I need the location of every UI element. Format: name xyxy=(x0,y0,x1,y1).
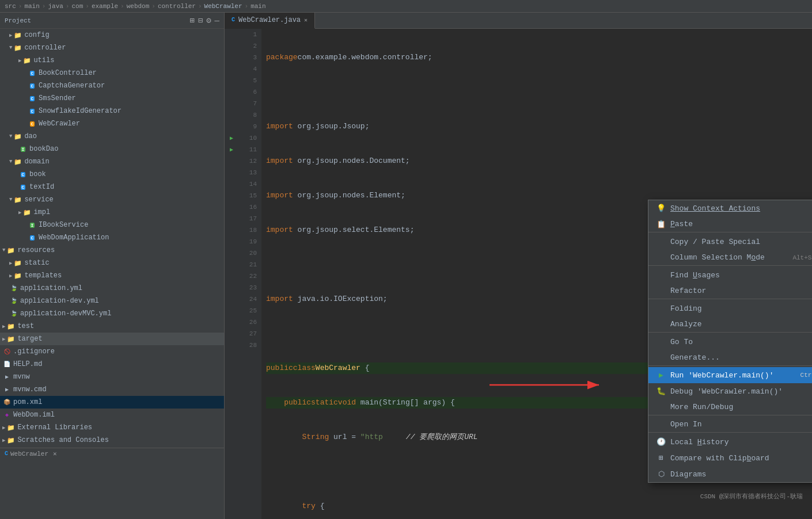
bottom-webcrawler-tab[interactable]: C WebCrawler ✕ xyxy=(0,448,224,459)
gutter-8 xyxy=(225,109,238,121)
tree-item-application-dev-yml[interactable]: 🍃 application-dev.yml xyxy=(0,295,224,307)
run-button-11[interactable]: ▶ xyxy=(230,146,233,153)
tab-bar: C WebCrawler.java ✕ xyxy=(225,13,812,29)
tree-item-scratches[interactable]: ▶ 📁 Scratches and Consoles xyxy=(0,434,224,447)
tree-item-IBookService[interactable]: I IBookService xyxy=(0,219,224,231)
collapse-all-icon[interactable]: ⊟ xyxy=(198,16,203,25)
tab-webcrawler[interactable]: C WebCrawler.java ✕ xyxy=(225,13,315,29)
close-sidebar-icon[interactable]: — xyxy=(215,16,219,25)
menu-item-goto[interactable]: Go To › xyxy=(648,334,812,350)
tree-item-mvnw-cmd[interactable]: ▶ mvnw.cmd xyxy=(0,383,224,396)
yaml-icon: 🍃 xyxy=(9,296,18,306)
expand-arrow: ▼ xyxy=(2,247,5,253)
tree-item-test[interactable]: ▶ 📁 test xyxy=(0,320,224,333)
tree-item-WebDom-iml[interactable]: ◆ WebDom.iml xyxy=(0,409,224,421)
code-line-1: package com.example.webdom.controller; xyxy=(266,52,807,63)
gutter-19 xyxy=(225,236,238,247)
tree-item-resources[interactable]: ▼ 📁 resources xyxy=(0,244,224,257)
tree-item-CaptchaGenerator[interactable]: C CaptchaGenerator xyxy=(0,79,224,92)
tree-item-pom-xml[interactable]: 📦 pom.xml xyxy=(0,396,224,409)
menu-item-find-usages[interactable]: Find Usages Alt+F7 xyxy=(648,267,812,283)
tree-item-WebDomApplication[interactable]: C WebDomApplication xyxy=(0,231,224,244)
gutter-25 xyxy=(225,305,238,316)
tree-item-impl[interactable]: ▶ 📁 impl xyxy=(0,206,224,219)
tree-item-config[interactable]: ▶ 📁 config xyxy=(0,29,224,41)
menu-item-refactor[interactable]: Refactor › xyxy=(648,283,812,299)
menu-item-debug[interactable]: 🐛 Debug 'WebCrawler.main()' xyxy=(648,383,812,399)
menu-item-run[interactable]: ▶ Run 'WebCrawler.main()' Ctrl+Shift+F10 xyxy=(648,367,812,383)
gutter-17 xyxy=(225,213,238,224)
class-orange-icon: C xyxy=(28,119,37,128)
iml-icon: ◆ xyxy=(2,410,12,419)
tree-item-gitignore[interactable]: 🚫 .gitignore xyxy=(0,345,224,358)
settings-icon[interactable]: ⚙ xyxy=(206,16,211,25)
code-line-4: import org.jsoup.nodes.Document; xyxy=(266,155,807,167)
menu-item-open-in[interactable]: Open In › xyxy=(648,417,812,433)
tree-item-utils[interactable]: ▶ 📁 utils xyxy=(0,54,224,67)
menu-item-local-history[interactable]: 🕐 Local History › xyxy=(648,434,812,450)
menu-item-diagrams[interactable]: ⬡ Diagrams › xyxy=(648,466,812,482)
expand-all-icon[interactable]: ⊞ xyxy=(189,16,194,25)
diagrams-icon: ⬡ xyxy=(655,470,667,479)
gutter-21 xyxy=(225,259,238,270)
tree-item-external-libraries[interactable]: ▶ 📁 External Libraries xyxy=(0,421,224,434)
interface-icon: I xyxy=(28,220,37,230)
gitignore-icon: 🚫 xyxy=(2,347,12,356)
tree-item-WebCrawler[interactable]: C WebCrawler xyxy=(0,117,224,130)
gutter-10[interactable]: ▶ xyxy=(225,132,238,144)
tree-item-static[interactable]: ▶ 📁 static xyxy=(0,257,224,269)
menu-item-paste[interactable]: 📋 Paste Ctrl+V xyxy=(648,216,812,232)
tree-item-mvnw[interactable]: ▶ mvnw xyxy=(0,371,224,383)
tree-item-SnowflakeIdGenerator[interactable]: C SnowflakeIdGenerator xyxy=(0,105,224,117)
menu-item-column-selection[interactable]: Column Selection Mode Alt+Shift+Insert xyxy=(648,250,812,266)
tree-item-textId[interactable]: C textId xyxy=(0,181,224,193)
tab-close-button[interactable]: ✕ xyxy=(304,17,308,24)
class-icon: C xyxy=(18,170,28,179)
gutter-28 xyxy=(225,339,238,351)
expand-arrow: ▶ xyxy=(18,209,21,216)
watermark: CSDN @深圳市有德者科技公司-耿瑞 xyxy=(697,491,806,502)
java-file-icon: C xyxy=(232,17,235,23)
project-sidebar: Project ⊞ ⊟ ⚙ — ▶ 📁 config ▼ 📁 controlle… xyxy=(0,13,225,519)
gutter-14 xyxy=(225,178,238,190)
tree-item-book[interactable]: C book xyxy=(0,168,224,181)
menu-item-folding[interactable]: Folding › xyxy=(648,300,812,316)
run-button-10[interactable]: ▶ xyxy=(230,135,233,142)
tree-item-SmsSender[interactable]: C SmsSender xyxy=(0,92,224,105)
expand-arrow: ▶ xyxy=(2,323,5,330)
tree-item-bookDao[interactable]: I bookDao xyxy=(0,143,224,155)
expand-arrow: ▼ xyxy=(9,197,12,203)
history-icon: 🕐 xyxy=(655,437,667,447)
gutter-11[interactable]: ▶ xyxy=(225,144,238,155)
tree-item-dao[interactable]: ▼ 📁 dao xyxy=(0,130,224,143)
expand-arrow: ▼ xyxy=(9,45,12,51)
tree-item-domain[interactable]: ▼ 📁 domain xyxy=(0,155,224,168)
expand-arrow: ▶ xyxy=(9,32,12,39)
tree-item-application-devMVC-yml[interactable]: 🍃 application-devMVC.yml xyxy=(0,307,224,320)
debug-icon: 🐛 xyxy=(655,387,667,396)
yaml-icon: 🍃 xyxy=(9,309,18,318)
gutter-26 xyxy=(225,316,238,328)
tree-item-service[interactable]: ▼ 📁 service xyxy=(0,193,224,206)
tree-item-templates[interactable]: ▶ 📁 templates xyxy=(0,269,224,282)
java-icon: C xyxy=(5,451,8,457)
tree-item-application-yml[interactable]: 🍃 application.yml xyxy=(0,282,224,295)
menu-item-more-run-debug[interactable]: More Run/Debug › xyxy=(648,399,812,415)
class-icon: C xyxy=(28,68,37,78)
tree-item-controller[interactable]: ▼ 📁 controller xyxy=(0,41,224,54)
menu-item-copy-paste-special[interactable]: Copy / Paste Special › xyxy=(648,234,812,250)
menu-item-compare-clipboard[interactable]: ⊞ Compare with Clipboard xyxy=(648,450,812,466)
tree-item-BookController[interactable]: C BookController xyxy=(0,67,224,79)
tree-item-target[interactable]: ▶ 📁 target xyxy=(0,333,224,345)
expand-arrow: ▼ xyxy=(9,159,12,165)
menu-item-generate[interactable]: Generate... Alt+Insert xyxy=(648,350,812,366)
gutter-9 xyxy=(225,121,238,132)
sidebar-actions: ⊞ ⊟ ⚙ — xyxy=(189,16,219,25)
mvnw-cmd-icon: ▶ xyxy=(2,385,12,394)
class-icon: C xyxy=(28,106,37,116)
tree-item-HELP-md[interactable]: 📄 HELP.md xyxy=(0,358,224,371)
menu-item-analyze[interactable]: Analyze › xyxy=(648,316,812,333)
menu-item-show-context-actions[interactable]: 💡 Show Context Actions Alt+Enter xyxy=(648,200,812,216)
run-arrow-annotation xyxy=(484,373,651,399)
folder-icon: 📁 xyxy=(22,208,32,217)
